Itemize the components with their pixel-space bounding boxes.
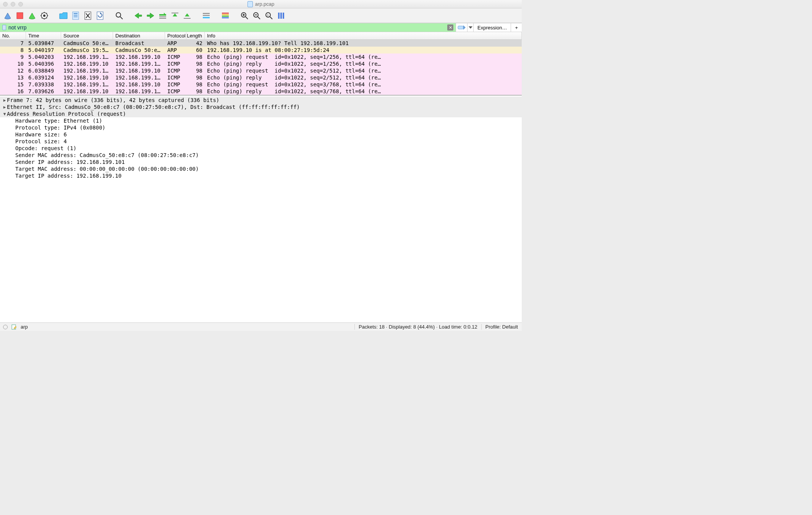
svg-rect-30 xyxy=(222,17,229,18)
svg-text:1: 1 xyxy=(267,13,269,17)
expand-icon[interactable]: ▶ xyxy=(2,98,7,103)
tree-arp[interactable]: ▼ Address Resolution Protocol (request) xyxy=(0,110,522,117)
svg-rect-14 xyxy=(74,16,78,17)
packet-row[interactable]: 126.038849192.168.199.101192.168.199.10I… xyxy=(0,67,522,74)
packet-row[interactable]: 167.039626192.168.199.10192.168.199.101I… xyxy=(0,88,522,95)
column-header-protocol[interactable]: Protocol xyxy=(165,32,186,39)
svg-rect-26 xyxy=(203,17,210,18)
display-filter-input[interactable] xyxy=(8,24,445,31)
column-header-destination[interactable]: Destination xyxy=(113,32,165,39)
packet-details-pane[interactable]: ▶ Frame 7: 42 bytes on wire (336 bits), … xyxy=(0,96,522,322)
packet-row[interactable]: 157.039338192.168.199.101192.168.199.10I… xyxy=(0,81,522,88)
svg-rect-28 xyxy=(222,14,229,15)
add-filter-button[interactable]: + xyxy=(511,23,522,32)
expand-icon[interactable]: ▶ xyxy=(2,105,7,110)
packet-list-pane: No. Time Source Destination Protocol Len… xyxy=(0,32,522,96)
tree-frame-text: Frame 7: 42 bytes on wire (336 bits), 42… xyxy=(7,97,219,103)
column-header-info[interactable]: Info xyxy=(205,32,522,39)
status-profile[interactable]: Profile: Default xyxy=(481,324,522,330)
document-icon xyxy=(247,1,253,7)
svg-line-39 xyxy=(270,17,272,19)
find-packet-button[interactable] xyxy=(114,10,125,21)
close-file-button[interactable] xyxy=(82,10,93,21)
clear-filter-button[interactable]: ✕ xyxy=(447,24,453,31)
apply-filter-button[interactable] xyxy=(456,23,467,32)
svg-rect-12 xyxy=(74,13,78,14)
svg-rect-29 xyxy=(222,16,229,17)
svg-rect-44 xyxy=(458,26,463,29)
go-back-button[interactable] xyxy=(133,10,144,21)
display-filter-field[interactable]: ✕ xyxy=(0,23,456,32)
svg-rect-42 xyxy=(280,13,282,19)
svg-line-32 xyxy=(246,17,248,19)
expert-info-icon[interactable] xyxy=(3,325,8,329)
packet-row[interactable]: 136.039124192.168.199.10192.168.199.101I… xyxy=(0,74,522,81)
tree-frame[interactable]: ▶ Frame 7: 42 bytes on wire (336 bits), … xyxy=(0,97,522,104)
svg-rect-41 xyxy=(278,13,280,19)
tree-field[interactable]: Hardware type: Ethernet (1) xyxy=(0,117,522,124)
svg-rect-20 xyxy=(159,16,166,17)
colorize-button[interactable] xyxy=(220,10,231,21)
display-filter-bar: ✕ Expression… + xyxy=(0,23,522,32)
column-header-time[interactable]: Time xyxy=(26,32,61,39)
packet-row[interactable]: 95.040203192.168.199.101192.168.199.10IC… xyxy=(0,53,522,60)
filter-history-dropdown[interactable] xyxy=(467,23,473,32)
tree-field[interactable]: Opcode: request (1) xyxy=(0,145,522,152)
svg-rect-13 xyxy=(74,15,78,16)
tree-field[interactable]: Hardware size: 6 xyxy=(0,131,522,138)
packet-list-body[interactable]: 75.039847CadmusCo_50:e8:c7BroadcastARP42… xyxy=(0,40,522,95)
packet-list-header[interactable]: No. Time Source Destination Protocol Len… xyxy=(0,32,522,40)
status-packet-counts: Packets: 18 · Displayed: 8 (44.4%) · Loa… xyxy=(354,324,481,330)
tree-eth-text: Ethernet II, Src: CadmusCo_50:e8:c7 (08:… xyxy=(7,104,300,110)
tree-field[interactable]: Sender IP address: 192.168.199.101 xyxy=(0,159,522,165)
tree-field[interactable]: Target MAC address: 00:00:00_00:00:00 (0… xyxy=(0,165,522,172)
stop-capture-button[interactable] xyxy=(15,10,25,21)
auto-scroll-button[interactable] xyxy=(201,10,212,21)
go-forward-button[interactable] xyxy=(145,10,156,21)
goto-last-button[interactable] xyxy=(182,10,192,21)
goto-first-button[interactable] xyxy=(170,10,180,21)
expression-button[interactable]: Expression… xyxy=(473,23,511,32)
packet-row[interactable]: 75.039847CadmusCo_50:e8:c7BroadcastARP42… xyxy=(0,40,522,47)
edit-capture-comment-icon[interactable] xyxy=(11,324,17,330)
main-toolbar: 1 xyxy=(0,8,522,23)
svg-rect-23 xyxy=(184,18,191,19)
filter-bookmark-icon[interactable] xyxy=(2,25,6,30)
svg-point-17 xyxy=(116,13,121,17)
svg-point-2 xyxy=(43,15,45,17)
column-header-source[interactable]: Source xyxy=(61,32,113,39)
collapse-icon[interactable]: ▼ xyxy=(2,112,7,117)
column-header-length[interactable]: Length xyxy=(186,32,205,39)
tree-arp-text: Address Resolution Protocol (request) xyxy=(7,111,126,117)
svg-rect-25 xyxy=(203,15,210,16)
tree-field[interactable]: Sender MAC address: CadmusCo_50:e8:c7 (0… xyxy=(0,152,522,159)
capture-options-button[interactable] xyxy=(39,10,50,21)
zoom-in-button[interactable] xyxy=(239,10,250,21)
title-text: arp.pcap xyxy=(255,1,275,7)
tree-ethernet[interactable]: ▶ Ethernet II, Src: CadmusCo_50:e8:c7 (0… xyxy=(0,104,522,110)
tree-field[interactable]: Protocol size: 4 xyxy=(0,138,522,145)
status-bar: arp Packets: 18 · Displayed: 8 (44.4%) ·… xyxy=(0,322,522,331)
svg-line-36 xyxy=(258,17,260,19)
svg-line-18 xyxy=(120,17,123,19)
window-titlebar: arp.pcap xyxy=(0,0,522,8)
save-file-button[interactable] xyxy=(70,10,81,21)
column-header-no[interactable]: No. xyxy=(0,32,26,39)
reload-file-button[interactable] xyxy=(95,10,105,21)
packet-row[interactable]: 85.040197CadmusCo_19:5d:24CadmusCo_50:e8… xyxy=(0,47,522,53)
tree-field[interactable]: Target IP address: 192.168.199.10 xyxy=(0,172,522,179)
tree-field[interactable]: Protocol type: IPv4 (0x0800) xyxy=(0,124,522,131)
zoom-reset-button[interactable]: 1 xyxy=(264,10,274,21)
resize-columns-button[interactable] xyxy=(276,10,286,21)
status-left-text: arp xyxy=(21,324,28,330)
svg-rect-24 xyxy=(203,13,210,14)
restart-capture-button[interactable] xyxy=(27,10,37,21)
open-file-button[interactable] xyxy=(58,10,69,21)
svg-rect-43 xyxy=(283,13,284,19)
packet-row[interactable]: 105.040396192.168.199.10192.168.199.101I… xyxy=(0,60,522,67)
goto-packet-button[interactable] xyxy=(157,10,168,21)
svg-rect-22 xyxy=(171,13,178,13)
start-capture-button[interactable] xyxy=(2,10,13,21)
svg-rect-27 xyxy=(222,13,229,14)
zoom-out-button[interactable] xyxy=(251,10,262,21)
